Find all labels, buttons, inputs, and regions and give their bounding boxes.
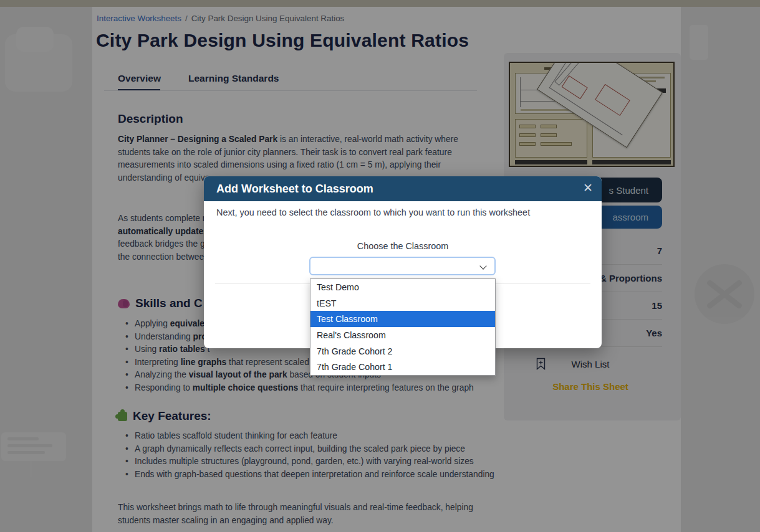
chevron-down-icon bbox=[479, 262, 486, 269]
dropdown-option[interactable]: 7th Grade Cohort 2 bbox=[310, 343, 495, 359]
dropdown-option[interactable]: Real's Classroom bbox=[310, 327, 495, 343]
dropdown-option[interactable]: Test Classroom bbox=[310, 311, 495, 327]
dropdown-option[interactable]: Test Demo bbox=[310, 279, 495, 295]
modal-instruction-text: Next, you need to select the classroom t… bbox=[216, 207, 530, 217]
dropdown-option[interactable]: tEST bbox=[310, 295, 495, 311]
dropdown-option[interactable]: 7th Grade Cohort 1 bbox=[310, 359, 495, 375]
classroom-select-label: Choose the Classroom bbox=[204, 241, 602, 251]
modal-title: Add Worksheet to Classroom bbox=[204, 183, 373, 196]
classroom-dropdown-menu: Test DemotESTTest ClassroomReal's Classr… bbox=[310, 278, 496, 376]
classroom-select[interactable] bbox=[309, 257, 496, 275]
close-icon[interactable]: ✕ bbox=[583, 181, 593, 195]
modal-header: Add Worksheet to Classroom ✕ bbox=[204, 176, 602, 201]
